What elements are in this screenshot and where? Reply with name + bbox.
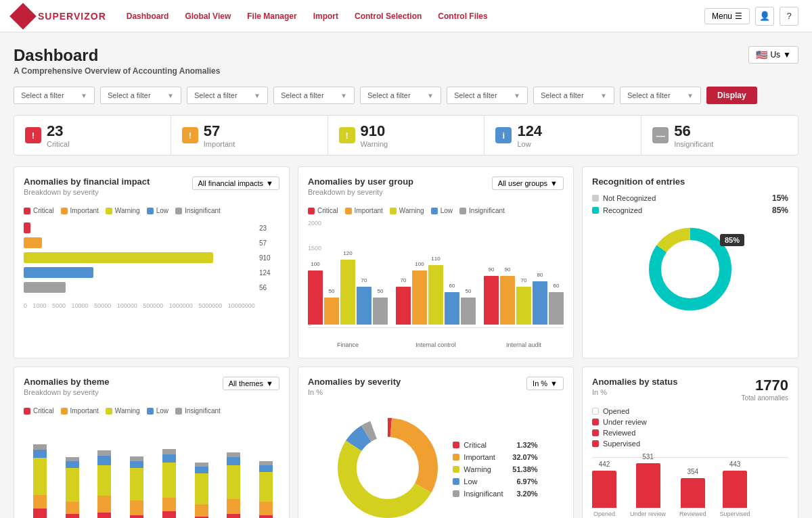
status-legend-label: Under review xyxy=(603,418,647,426)
severity-item-important: ! 57 Important xyxy=(171,116,328,155)
sev-pie-pct: 3.20% xyxy=(516,490,537,498)
sbar-stack xyxy=(195,463,208,518)
nav-link-control-files[interactable]: Control Files xyxy=(438,11,487,21)
gbar-bar: 60 xyxy=(549,292,564,325)
user-icon[interactable]: 👤 xyxy=(755,7,774,26)
severity-breakdown-filter[interactable]: In % ▼ xyxy=(526,377,564,390)
severity-item-insignificant: — 56 Insignificant xyxy=(641,116,798,155)
sev-pie-dot xyxy=(453,442,459,448)
theme-card: Anomalies by theme Breakdown by severity… xyxy=(14,367,290,518)
hbar-axis: 0100050001000050000100000500000100000050… xyxy=(24,302,279,309)
sbar-seg xyxy=(66,502,79,514)
status-legend-item: Opened xyxy=(592,407,788,415)
gbar-bar: 70 xyxy=(396,287,411,325)
financial-impact-subtitle: Breakdown by severity xyxy=(24,188,150,196)
legend-low2: Low xyxy=(431,207,453,214)
sbar-seg xyxy=(97,456,111,465)
gbar-bar-val: 50 xyxy=(329,288,335,294)
gbar-bar: 100 xyxy=(412,270,427,325)
hbar-row-critical: 23 xyxy=(24,222,279,233)
theme-filter[interactable]: All themes ▼ xyxy=(223,377,279,390)
gbar-bar-val: 80 xyxy=(537,272,543,278)
severity-pie-wrap: Critical 1.32% Important 32.07% Warning … xyxy=(308,414,564,518)
status-title: Anomalies by status xyxy=(592,377,677,387)
sev-label-low: Low xyxy=(517,140,542,148)
gbar-label: Internal control xyxy=(396,342,476,348)
sbar-seg xyxy=(227,452,240,457)
hbar-track xyxy=(24,222,255,233)
financial-impact-filter[interactable]: All financial impacts ▼ xyxy=(192,176,279,190)
filter-select-6[interactable]: Select a filter▼ xyxy=(533,87,614,104)
sev-pie-dot xyxy=(453,490,459,497)
status-bar-group: 354 Reviewed xyxy=(679,468,706,517)
sev-icon-warning: ! xyxy=(339,127,355,143)
sev-pie-legend-left: Warning xyxy=(453,465,491,473)
logo[interactable]: SUPERVIZOR xyxy=(14,7,106,26)
filter-select-3[interactable]: Select a filter▼ xyxy=(273,87,355,104)
gbar-bar-val: 60 xyxy=(449,283,455,289)
stacked-bar-chart: Variance AnalysisFraud RiskSegregation o… xyxy=(24,420,279,518)
sbar-seg xyxy=(162,463,176,498)
nav-link-dashboard[interactable]: Dashboard xyxy=(127,11,169,21)
status-dot xyxy=(592,429,599,436)
severity-breakdown-title-group: Anomalies by severity In % xyxy=(308,377,401,403)
sev-pie-label: Important xyxy=(464,453,495,461)
sev-count-critical: 23 xyxy=(47,122,70,140)
financial-impact-title-group: Anomalies by financial impact Breakdown … xyxy=(24,176,150,203)
user-group-title-group: Anomalies by user group Breakdown by sev… xyxy=(308,176,413,203)
sev-icon-important: ! xyxy=(182,127,198,143)
theme-legend: Critical Important Warning Low Insignifi… xyxy=(24,407,279,415)
hbar-value: 57 xyxy=(259,239,279,247)
hbar-fill xyxy=(24,252,213,263)
help-icon[interactable]: ? xyxy=(780,7,798,26)
severity-item-warning: ! 910 Warning xyxy=(328,116,485,155)
status-title-group: Anomalies by status In % xyxy=(592,377,677,403)
status-bar-label: Reviewed xyxy=(679,511,706,517)
lang-button[interactable]: 🇺🇸 Us ▼ xyxy=(748,46,798,64)
sbar-seg xyxy=(97,513,111,518)
sev-label-important: Important xyxy=(204,140,235,148)
sev-pie-legend-item-critical: Critical 1.32% xyxy=(453,441,537,449)
gbar-bar: 50 xyxy=(461,298,476,325)
grouped-bar-chart: 2000150050010001005012070507010011060509… xyxy=(308,220,564,348)
filter-select-5[interactable]: Select a filter▼ xyxy=(447,87,528,104)
menu-button[interactable]: Menu ☰ xyxy=(704,8,750,24)
severity-breakdown-header: Anomalies by severity In % In % ▼ xyxy=(308,377,564,403)
nav-link-control-selection[interactable]: Control Selection xyxy=(355,11,422,21)
filter-select-0[interactable]: Select a filter▼ xyxy=(14,87,95,104)
sbar-stack xyxy=(97,450,111,518)
lang-label: Us xyxy=(770,50,780,60)
filter-select-2[interactable]: Select a filter▼ xyxy=(187,87,268,104)
user-group-filter[interactable]: All user groups ▼ xyxy=(492,176,564,190)
sev-pie-legend-left: Critical xyxy=(453,441,487,449)
filter-select-7[interactable]: Select a filter▼ xyxy=(620,87,701,104)
recognition-card: Recognition of entries Not Recognized 15… xyxy=(582,166,798,358)
nav-link-file-manager[interactable]: File Manager xyxy=(247,11,296,21)
filter-select-4[interactable]: Select a filter▼ xyxy=(360,87,441,104)
sbar-seg xyxy=(66,514,79,518)
sbar-seg xyxy=(259,465,273,472)
hbar-value: 56 xyxy=(259,284,279,291)
display-button[interactable]: Display xyxy=(706,87,757,104)
logo-diamond xyxy=(9,3,37,30)
gbar-group-2: 9090708060 xyxy=(484,276,564,325)
sbar-group-5 xyxy=(188,420,215,518)
filter-select-1[interactable]: Select a filter▼ xyxy=(100,87,181,104)
nav-link-import[interactable]: Import xyxy=(313,11,338,21)
sev-count-warning: 910 xyxy=(361,122,388,140)
sev-count-important: 57 xyxy=(204,122,235,140)
nav-link-global-view[interactable]: Global View xyxy=(185,11,231,21)
legend-insignificant: Insignificant xyxy=(175,207,221,214)
sev-pie-legend-left: Low xyxy=(453,477,477,486)
sbar-stack xyxy=(227,452,240,518)
sev-pie-legend-left: Insignificant xyxy=(453,490,503,498)
gbar-bar-val: 100 xyxy=(311,261,319,267)
status-legend-item: Supervised xyxy=(592,440,788,448)
sbar-seg xyxy=(195,467,208,473)
sev-pie-dot xyxy=(453,478,459,485)
sbar-seg xyxy=(162,511,176,518)
tl-insig: Insignificant xyxy=(175,407,221,415)
sev-label-insignificant: Insignificant xyxy=(674,140,713,148)
gbar-bar-val: 100 xyxy=(415,261,424,267)
tl-low: Low xyxy=(147,407,168,415)
